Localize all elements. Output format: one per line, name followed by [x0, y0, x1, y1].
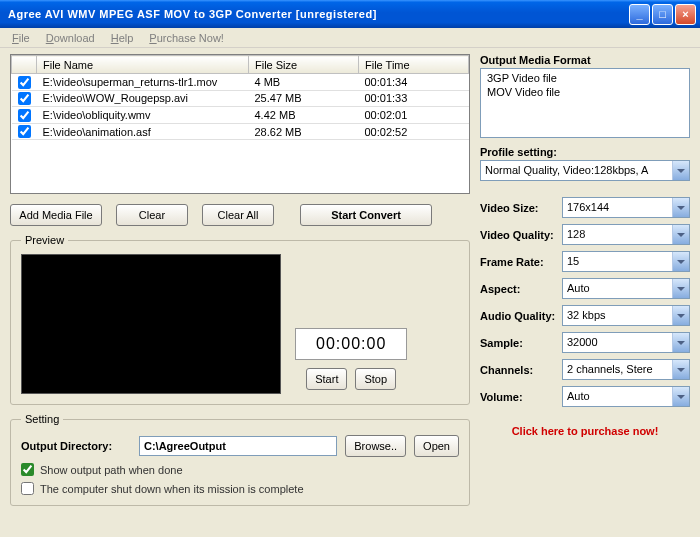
- clear-button[interactable]: Clear: [116, 204, 188, 226]
- purchase-link[interactable]: Click here to purchase now!: [480, 425, 690, 437]
- output-dir-label: Output Directory:: [21, 440, 131, 452]
- list-item[interactable]: 3GP Video file: [483, 71, 687, 85]
- window-title: Agree AVI WMV MPEG ASF MOV to 3GP Conver…: [4, 8, 629, 20]
- channels-combo[interactable]: 2 channels, Stere: [562, 359, 690, 380]
- titlebar[interactable]: Agree AVI WMV MPEG ASF MOV to 3GP Conver…: [0, 0, 700, 28]
- output-format-list[interactable]: 3GP Video file MOV Video file: [480, 68, 690, 138]
- stop-preview-button[interactable]: Stop: [355, 368, 396, 390]
- preview-legend: Preview: [21, 234, 68, 246]
- chevron-down-icon[interactable]: [672, 333, 689, 352]
- sample-combo[interactable]: 32000: [562, 332, 690, 353]
- chevron-down-icon[interactable]: [672, 360, 689, 379]
- menu-purchase[interactable]: Purchase Now!: [143, 30, 230, 46]
- add-media-file-button[interactable]: Add Media File: [10, 204, 102, 226]
- row-checkbox[interactable]: [18, 76, 31, 89]
- profile-combo[interactable]: Normal Quality, Video:128kbps, A: [480, 160, 690, 181]
- start-preview-button[interactable]: Start: [306, 368, 347, 390]
- chevron-down-icon[interactable]: [672, 306, 689, 325]
- video-size-combo[interactable]: 176x144: [562, 197, 690, 218]
- table-row[interactable]: E:\video\animation.asf28.62 MB00:02:52: [12, 123, 469, 140]
- menu-file[interactable]: File: [6, 30, 36, 46]
- table-row[interactable]: E:\video\superman_returns-tlr1.mov4 MB00…: [12, 74, 469, 91]
- chevron-down-icon[interactable]: [672, 279, 689, 298]
- col-filesize[interactable]: File Size: [249, 56, 359, 74]
- aspect-label: Aspect:: [480, 283, 562, 295]
- minimize-button[interactable]: _: [629, 4, 650, 25]
- clear-all-button[interactable]: Clear All: [202, 204, 274, 226]
- audio-quality-combo[interactable]: 32 kbps: [562, 305, 690, 326]
- shutdown-label: The computer shut down when its mission …: [40, 483, 304, 495]
- col-filename[interactable]: File Name: [37, 56, 249, 74]
- start-convert-button[interactable]: Start Convert: [300, 204, 432, 226]
- output-dir-input[interactable]: [139, 436, 337, 456]
- show-output-path-checkbox[interactable]: [21, 463, 34, 476]
- menu-download[interactable]: Download: [40, 30, 101, 46]
- row-checkbox[interactable]: [18, 109, 31, 122]
- video-quality-label: Video Quality:: [480, 229, 562, 241]
- preview-group: Preview 00:00:00 Start Stop: [10, 234, 470, 405]
- list-item[interactable]: MOV Video file: [483, 85, 687, 99]
- chevron-down-icon[interactable]: [672, 198, 689, 217]
- show-output-path-label: Show output path when done: [40, 464, 183, 476]
- chevron-down-icon[interactable]: [672, 225, 689, 244]
- timecode-display: 00:00:00: [295, 328, 407, 360]
- row-checkbox[interactable]: [18, 92, 31, 105]
- table-row[interactable]: E:\video\WOW_Rougepsp.avi25.47 MB00:01:3…: [12, 90, 469, 107]
- frame-rate-label: Frame Rate:: [480, 256, 562, 268]
- volume-combo[interactable]: Auto: [562, 386, 690, 407]
- col-check: [12, 56, 37, 74]
- chevron-down-icon[interactable]: [672, 252, 689, 271]
- window-controls: _ □ ×: [629, 4, 696, 25]
- video-size-label: Video Size:: [480, 202, 562, 214]
- channels-label: Channels:: [480, 364, 562, 376]
- chevron-down-icon[interactable]: [672, 387, 689, 406]
- col-filetime[interactable]: File Time: [359, 56, 469, 74]
- table-row[interactable]: E:\video\obliquity.wmv4.42 MB00:02:01: [12, 107, 469, 124]
- file-list-table[interactable]: File Name File Size File Time E:\video\s…: [10, 54, 470, 194]
- volume-label: Volume:: [480, 391, 562, 403]
- shutdown-checkbox[interactable]: [21, 482, 34, 495]
- open-button[interactable]: Open: [414, 435, 459, 457]
- chevron-down-icon[interactable]: [672, 161, 689, 180]
- setting-legend: Setting: [21, 413, 63, 425]
- close-button[interactable]: ×: [675, 4, 696, 25]
- output-format-label: Output Media Format: [480, 54, 690, 66]
- audio-quality-label: Audio Quality:: [480, 310, 562, 322]
- frame-rate-combo[interactable]: 15: [562, 251, 690, 272]
- setting-group: Setting Output Directory: Browse.. Open …: [10, 413, 470, 506]
- aspect-combo[interactable]: Auto: [562, 278, 690, 299]
- video-quality-combo[interactable]: 128: [562, 224, 690, 245]
- video-preview: [21, 254, 281, 394]
- menubar: File Download Help Purchase Now!: [0, 28, 700, 48]
- menu-help[interactable]: Help: [105, 30, 140, 46]
- profile-label: Profile setting:: [480, 146, 690, 158]
- maximize-button[interactable]: □: [652, 4, 673, 25]
- browse-button[interactable]: Browse..: [345, 435, 406, 457]
- row-checkbox[interactable]: [18, 125, 31, 138]
- sample-label: Sample:: [480, 337, 562, 349]
